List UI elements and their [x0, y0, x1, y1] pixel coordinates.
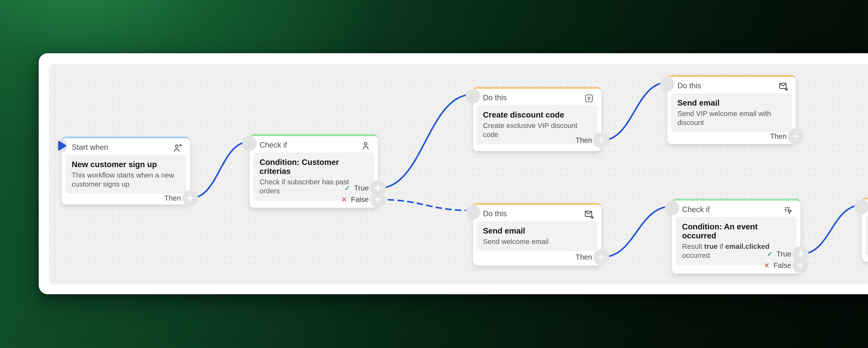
output-label: True: [776, 250, 791, 258]
node-kind-label: Check if: [249, 136, 378, 149]
node-outputs: Then: [576, 252, 601, 262]
node-outputs: Then: [770, 131, 796, 141]
node-summary-card[interactable]: Send emailSend VIP welcome email with di…: [671, 93, 792, 132]
node-outputs: Then: [576, 135, 601, 145]
input-connector-port[interactable]: [662, 79, 672, 89]
node-summary-card[interactable]: Send emailSend welcome email: [477, 221, 597, 251]
input-connector-port[interactable]: [468, 92, 478, 101]
node-title: New customer sign up: [72, 160, 180, 169]
node-send-vip-email[interactable]: Do thisSend emailSend VIP welcome email …: [667, 75, 796, 144]
node-send-welcome-email[interactable]: Do thisSend emailSend welcome emailThen: [473, 203, 601, 266]
output-label: False: [773, 261, 791, 270]
description-segment: This workflow starts when a new customer…: [72, 171, 174, 188]
node-title: Send email: [483, 226, 591, 235]
node-add-tags[interactable]: Do thisAdd customer tagsAdd tags to the …: [862, 198, 868, 262]
user-plus-icon: [173, 143, 183, 153]
node-kind-label: Do this: [473, 89, 601, 102]
node-create-discount[interactable]: Do thisCreate discount codeCreate exclus…: [473, 87, 601, 151]
node-kind-label: Start when: [62, 138, 190, 151]
cursor-click-icon: [783, 205, 793, 215]
mail-send-icon: [584, 209, 594, 219]
node-description: Send welcome email: [483, 237, 591, 246]
node-description: Create exclusive VIP discount code: [483, 121, 591, 139]
node-kind-label: Check if: [672, 201, 801, 214]
node-title: Condition: Customer criterias: [259, 158, 368, 176]
start-trigger-marker-icon: [56, 140, 67, 151]
node-check-event[interactable]: Check ifCondition: An event occurredResu…: [672, 199, 801, 274]
node-title: Send email: [677, 98, 786, 107]
output-label: Then: [576, 136, 592, 144]
add-step-button-send-vip-email-then[interactable]: [790, 131, 801, 142]
input-connector-port[interactable]: [667, 203, 677, 213]
output-row-then: Then: [576, 252, 601, 262]
description-segment: Send welcome email: [483, 238, 549, 246]
node-outputs: ✓True✕False: [341, 183, 378, 205]
node-start[interactable]: Start whenNew customer sign upThis workf…: [62, 137, 190, 205]
description-segment: Send VIP welcome email with discount: [677, 110, 771, 127]
true-check-icon: ✓: [344, 185, 350, 192]
node-title: Create discount code: [483, 110, 591, 119]
output-row-false: ✕False: [764, 260, 801, 271]
output-label: Then: [576, 253, 592, 261]
workflow-builder-screen: { "colors": { "connector_blue": "#2356d6…: [0, 0, 868, 348]
node-summary-card[interactable]: New customer sign upThis workflow starts…: [65, 155, 186, 194]
output-row-then: Then: [770, 131, 796, 141]
description-segment: if: [718, 242, 725, 250]
add-step-button-start-then[interactable]: [185, 193, 195, 204]
node-kind-label: Do this: [473, 205, 601, 218]
output-label: False: [351, 196, 369, 204]
description-segment: true: [704, 242, 718, 250]
true-check-icon: ✓: [767, 250, 773, 257]
description-segment: email.clicked: [725, 242, 769, 250]
output-row-true: ✓True: [767, 249, 801, 259]
node-outputs: ✓True✕False: [764, 249, 801, 271]
node-title: Condition: An event occurred: [682, 222, 790, 240]
output-label: Then: [770, 132, 786, 140]
add-step-button-send-welcome-email-then[interactable]: [596, 252, 607, 263]
input-connector-port[interactable]: [468, 207, 478, 217]
mail-send-icon: [778, 81, 788, 92]
output-label: True: [354, 184, 369, 192]
description-segment: Result: [682, 242, 704, 250]
node-description: This workflow starts when a new customer…: [72, 171, 180, 189]
output-row-then: Then: [164, 193, 190, 203]
node-kind-label: Do this: [667, 77, 796, 90]
description-segment: occurred: [682, 251, 710, 259]
node-check-orders[interactable]: Check ifCondition: Customer criteriasChe…: [249, 134, 378, 208]
description-segment: Check if subscriber has past orders: [259, 178, 349, 195]
false-x-icon: ✕: [341, 196, 347, 203]
node-outputs: Then: [164, 193, 190, 203]
description-segment: Create exclusive VIP discount code: [483, 121, 578, 139]
add-step-button-check-orders-false[interactable]: [373, 194, 383, 205]
output-row-false: ✕False: [341, 195, 378, 205]
output-row-true: ✓True: [344, 183, 378, 193]
input-connector-port[interactable]: [245, 139, 254, 148]
output-row-then: Then: [576, 135, 601, 145]
discount-icon: [584, 93, 594, 103]
user-icon: [361, 141, 371, 151]
input-connector-port[interactable]: [857, 202, 867, 212]
node-description: Send VIP welcome email with discount: [677, 109, 786, 127]
add-step-button-create-discount-then[interactable]: [596, 135, 607, 146]
false-x-icon: ✕: [764, 262, 770, 269]
add-step-button-check-event-false[interactable]: [795, 260, 806, 271]
output-label: Then: [164, 194, 181, 202]
node-summary-card[interactable]: Add customer tagsAdd tags to the custome…: [866, 216, 868, 255]
